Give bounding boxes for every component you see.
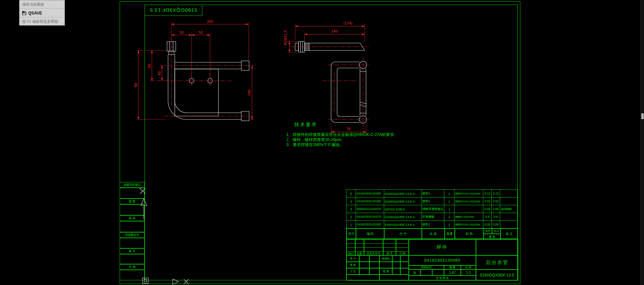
bom-note (500, 213, 518, 220)
rev-header: 签 字 (383, 251, 396, 255)
side-view: (174) 140 M26X1.5 70 (284, 22, 369, 134)
bom-row: 2 04160303130270 5160GQX3DF.13.5-2 安装横板 … (347, 213, 518, 221)
sign-label: 标准化 (379, 255, 392, 262)
bom-total-wt: 0.06 (492, 205, 500, 213)
weight-value: 1.87 (444, 270, 461, 276)
dim-front-140: 140 (247, 90, 251, 96)
rev-header: 更改文件号 (364, 251, 383, 255)
bom-note: 油淬碳钢 (500, 205, 518, 213)
dim-front-80: 80 (148, 64, 151, 68)
bom-no: 4 (347, 198, 356, 205)
bom-part-no: Q/HG2.418LX (384, 205, 422, 213)
bom-material: 钢管Φ22X1.5/Q235A (454, 198, 483, 205)
dim-front-90: 90 (134, 83, 138, 87)
tech-req-item: 3、要求焊缝在1MPa下不漏油。 (286, 142, 431, 147)
bom-unit-wt: 0.52 (483, 198, 492, 205)
bom-row: 4 04160303130280 5160GQX3DF.13.5-3 接管2 1… (347, 198, 518, 205)
part-type: 焊件 (409, 239, 476, 255)
bom-row: 3 95060313100070 Q/HG2.418LX 焊接直通管接头 1 0… (347, 205, 518, 213)
bom-material: 钢管Φ22X1.5/Q235A (454, 190, 483, 197)
bom-part-no: 5160GQX3DF.13.5-2 (384, 213, 422, 220)
rev-header: 日 期 (396, 251, 409, 255)
front-view: 200 50 50 80 40 90 140 (134, 20, 254, 121)
bom-name: 接管1 (422, 221, 445, 228)
bom-note (500, 198, 518, 205)
vertical-scrollbar[interactable] (640, 0, 644, 285)
technical-requirements: 技术要求 1、焊接件的焊接质量应符合企业标准Q/HRGK-C-27A的要求; 2… (286, 122, 431, 147)
bom-material: 钢管Φ22X1.5/Q235A (454, 221, 483, 228)
bom-note (500, 190, 518, 197)
bom-total-wt: 0.26 (492, 221, 500, 228)
bom-row: 5 04160303130290 5160GQX3DF.13.5-4 接管3 1… (347, 190, 518, 198)
sheet-info: 共 张 第 张 (409, 276, 476, 281)
bom-part-no: 5160GQX3DF.13.5-4 (384, 190, 422, 197)
bom-qty: 1 (444, 190, 454, 197)
bom-code: 04160303130260 (356, 221, 384, 228)
stage-label: 阶段标记 (409, 265, 444, 270)
title-block: 标记 处数 更改文件号 签 字 日 期 设 计 标准化 审 核 工 艺 批 准 … (346, 239, 518, 280)
bom-header-material: 材 料 (455, 228, 484, 239)
part-code: 04160303130060 (409, 255, 476, 265)
bom-header-qty: 数量 (445, 228, 455, 239)
bom-name: 接管3 (422, 190, 445, 197)
bom-unit-wt: 0.06 (483, 205, 492, 213)
bom-header-note: 备 注 (500, 228, 518, 239)
bom-header-total: 总计 (492, 228, 500, 234)
bom-header-unit: 单件 (484, 228, 492, 234)
bom-note (500, 221, 518, 228)
scale-value: 1:2 (461, 270, 476, 276)
scale-label: 比 例 (461, 265, 476, 270)
bom-name: 焊接直通管接头 (422, 205, 445, 213)
part-name: 后分水管 (476, 255, 518, 270)
tech-req-title: 技术要求 (294, 122, 431, 128)
bom-unit-wt: 0.26 (483, 221, 492, 228)
weight-label: 重 量 (444, 265, 461, 270)
bom-qty: 1 (444, 205, 454, 213)
bom-table: 5 04160303130290 5160GQX3DF.13.5-4 接管3 1… (346, 189, 518, 239)
tech-req-item: 2、镀锌，镀锌层厚度10-20μm; (286, 137, 431, 142)
bom-no: 3 (347, 205, 356, 213)
bom-no: 1 (347, 221, 356, 228)
dim-front-total: 200 (207, 20, 213, 24)
sign-label: 工 艺 (347, 268, 359, 275)
bom-total-wt: 0.9 (492, 213, 500, 220)
bom-name: 安装横板 (422, 213, 445, 220)
sign-label: 设 计 (347, 255, 359, 262)
cad-viewport[interactable]: { "tooltip": { "title": "保存当前图形", "comma… (0, 0, 644, 285)
bom-name: 接管2 (422, 198, 445, 205)
plot-marks (140, 188, 189, 284)
bom-qty: 1 (444, 198, 454, 205)
triangle-mark-icon (141, 199, 147, 206)
stage-value: A (409, 270, 420, 276)
bom-total-wt: 0.13 (492, 190, 500, 197)
bom-header-weight: 重 量 (484, 234, 500, 239)
registration-mark-icon (143, 278, 148, 283)
sign-label (379, 262, 392, 268)
sign-label: 审 核 (347, 262, 359, 268)
rev-header: 标记 (347, 251, 355, 255)
drawing-number: 5160GQX3DF.13.5 (476, 270, 518, 281)
sign-label: 批 准 (379, 268, 392, 275)
bom-header-name: 名 称 (422, 228, 445, 239)
bom-code: 95060313100070 (356, 205, 384, 213)
dim-front-50a: 50 (179, 31, 184, 34)
bom-code: 04160303130290 (356, 190, 384, 197)
bom-material (454, 205, 483, 213)
bom-part-no: 5160GQX3DF.13.5-1 (384, 221, 422, 228)
scrollbar-thumb[interactable] (641, 113, 644, 119)
bom-total-wt: 0.52 (492, 198, 500, 205)
bom-qty: 1 (444, 213, 454, 220)
bom-code: 04160303130280 (356, 198, 384, 205)
tech-req-item: 1、焊接件的焊接质量应符合企业标准Q/HRGK-C-27A的要求; (286, 132, 431, 137)
dim-side-140: 140 (331, 30, 337, 33)
bom-material: 钢板B-4/Q235A (454, 213, 483, 220)
bom-no: 5 (347, 190, 356, 197)
dim-side-174: (174) (344, 22, 353, 25)
triangle-mark-icon (173, 279, 178, 284)
bom-row: 1 04160303130260 5160GQX3DF.13.5-1 接管1 1… (347, 221, 518, 228)
bom-header-part-no: 代 号 (384, 228, 422, 239)
bom-qty: 1 (444, 221, 454, 228)
dim-front-40: 40 (158, 71, 161, 76)
dim-front-50b: 50 (199, 31, 203, 34)
bom-no: 2 (347, 213, 356, 220)
